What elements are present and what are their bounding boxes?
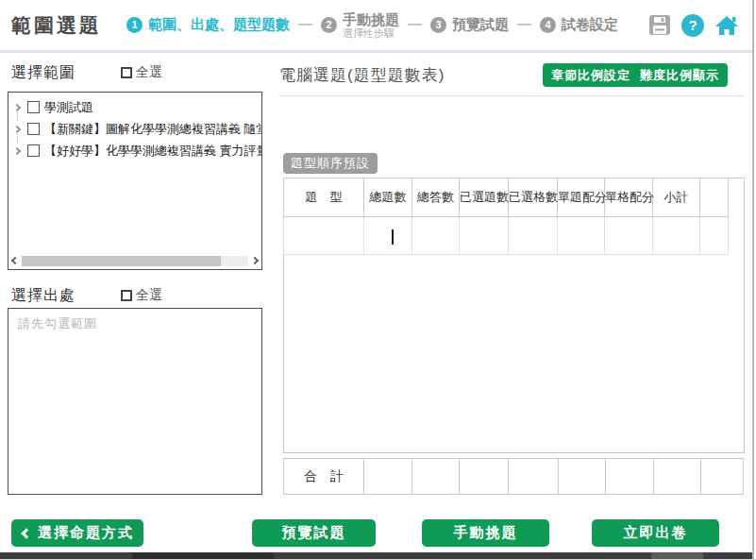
source-select-all-label: 全選 — [136, 287, 162, 304]
total-questions-value — [364, 459, 412, 495]
step-1-range[interactable]: 1 範圍、出處、題型題數 — [126, 16, 290, 34]
total-answers-value — [412, 459, 460, 495]
cell-extra[interactable] — [700, 217, 729, 255]
chevron-left-icon — [21, 528, 31, 538]
cell-selected-blanks[interactable] — [509, 217, 558, 255]
manual-pick-button[interactable]: 手動挑題 — [422, 519, 549, 547]
step-3-preview[interactable]: 3 預覽試題 — [430, 16, 509, 34]
cell-subtotal[interactable] — [653, 217, 700, 255]
step-4-paper-settings[interactable]: 4 試卷設定 — [540, 16, 618, 34]
preview-questions-button[interactable]: 預覽試題 — [252, 519, 376, 547]
difficulty-ratio-button[interactable]: 難度比例顯示 — [631, 63, 728, 87]
step-4-label: 試卷設定 — [562, 16, 618, 34]
step-2-label: 手動挑題 — [343, 11, 399, 27]
range-listbox: 學測試題 【新關鍵】圖解化學學測總複習講義 隨堂 【好好學】化學學測總複習講義 … — [8, 92, 262, 270]
step-2-manual-pick[interactable]: 2 手動挑題 選擇性步驟 — [321, 11, 399, 40]
total-points-per-question-value — [558, 459, 605, 495]
back-button-label: 選擇命題方式 — [38, 524, 134, 542]
scrollbar-thumb[interactable] — [22, 256, 221, 266]
step-4-badge: 4 — [540, 17, 556, 33]
range-section-header: 選擇範圍 全選 — [11, 62, 260, 83]
exam-builder-window: 範圍選題 1 範圍、出處、題型題數 2 手動挑題 選擇性步驟 3 預覽試題 4 — [0, 0, 756, 559]
col-extra — [700, 178, 729, 217]
tree-item-checkbox[interactable] — [27, 101, 40, 113]
col-subtotal: 小計 — [653, 178, 700, 217]
tree-item-label[interactable]: 學測試題 — [44, 99, 93, 116]
help-glyph: ? — [688, 17, 697, 33]
scroll-right-icon[interactable] — [251, 257, 259, 264]
scroll-left-icon[interactable] — [11, 257, 19, 264]
back-to-method-button[interactable]: 選擇命題方式 — [11, 519, 143, 547]
tree-item-label[interactable]: 【新關鍵】圖解化學學測總複習講義 隨堂 — [44, 121, 261, 138]
total-extra-value — [700, 459, 743, 495]
step-3-label: 預覽試題 — [452, 16, 509, 34]
tree-item-new-key-book[interactable]: 【新關鍵】圖解化學學測總複習講義 隨堂 — [8, 118, 261, 140]
range-select-all-label: 全選 — [136, 64, 162, 81]
total-subtotal-value — [653, 459, 700, 495]
header-divider — [0, 50, 752, 53]
col-total-answers: 總答數 — [412, 178, 460, 217]
tree-item-exam-questions[interactable]: 學測試題 — [8, 96, 261, 118]
save-icon[interactable] — [648, 14, 671, 36]
cell-total-answers[interactable] — [412, 217, 460, 255]
step-separator — [517, 24, 531, 25]
source-placeholder-text: 請先勾選範圍 — [8, 309, 261, 339]
expand-chevron-icon[interactable] — [13, 103, 21, 110]
cell-total-questions-input[interactable] — [364, 217, 412, 255]
col-selected-blanks: 已選格數 — [509, 178, 558, 217]
step-1-badge: 1 — [126, 17, 143, 33]
header-icon-group: ? — [648, 14, 739, 37]
horizontal-scrollbar[interactable] — [9, 253, 260, 268]
tree-item-checkbox[interactable] — [27, 123, 40, 135]
cell-question-type[interactable] — [284, 217, 364, 255]
step-2-badge: 2 — [321, 17, 337, 33]
expand-chevron-icon[interactable] — [13, 125, 21, 132]
window-right-edge — [752, 0, 754, 559]
home-icon[interactable] — [714, 14, 739, 37]
tree-item-label[interactable]: 【好好學】化學學測總複習講義 實力評量 — [44, 143, 261, 160]
cell-points-per-question[interactable] — [558, 217, 605, 255]
col-selected-questions: 已選題數 — [460, 178, 509, 217]
table-header-row: 題 型 總題數 總答數 已選題數 已選格數 單題配分 單格配分 小計 — [284, 178, 729, 217]
question-type-table: 題 型 總題數 總答數 已選題數 已選格數 單題配分 單格配分 小計 — [283, 178, 729, 255]
step-2-sublabel: 選擇性步驟 — [343, 27, 399, 40]
range-tree: 學測試題 【新關鍵】圖解化學學測總複習講義 隨堂 【好好學】化學學測總複習講義 … — [8, 93, 261, 161]
chapter-ratio-button[interactable]: 章節比例設定 — [543, 63, 639, 87]
main-panel: 電腦選題(題型題數表) 章節比例設定 難度比例顯示 題型順序預設 題 型 總題數… — [278, 57, 745, 510]
total-selected-questions-value — [460, 459, 509, 495]
step-separator — [408, 24, 422, 25]
tree-item-good-study-book[interactable]: 【好好學】化學學測總複習講義 實力評量 — [8, 140, 261, 161]
source-section-header: 選擇出處 全選 — [11, 285, 260, 306]
step-separator — [298, 24, 312, 25]
range-select-all-checkbox[interactable] — [121, 67, 132, 78]
generate-paper-button[interactable]: 立即出卷 — [592, 519, 719, 547]
source-select-all[interactable]: 全選 — [121, 287, 162, 304]
total-row: 合 計 — [284, 459, 744, 495]
total-selected-blanks-value — [509, 459, 558, 495]
source-listbox: 請先勾選範圍 — [8, 308, 262, 495]
step-1-label: 範圍、出處、題型題數 — [148, 16, 290, 34]
col-total-questions: 總題數 — [364, 178, 412, 217]
cell-selected-questions[interactable] — [460, 217, 509, 255]
col-points-per-question: 單題配分 — [558, 178, 605, 217]
question-table-panel: 題 型 總題數 總答數 已選題數 已選格數 單題配分 單格配分 小計 — [283, 178, 745, 453]
background-window-strip — [0, 552, 752, 559]
type-order-preset-button[interactable]: 題型順序預設 — [283, 153, 378, 174]
text-caret — [392, 229, 394, 245]
total-label: 合 計 — [284, 459, 364, 495]
total-points-per-blank-value — [605, 459, 653, 495]
col-question-type: 題 型 — [284, 178, 364, 217]
step-3-badge: 3 — [430, 17, 446, 33]
source-select-all-checkbox[interactable] — [121, 290, 132, 301]
help-icon[interactable]: ? — [681, 14, 704, 37]
range-section-title: 選擇範圍 — [11, 63, 76, 83]
cell-points-per-blank[interactable] — [605, 217, 653, 255]
main-title: 電腦選題(題型題數表) — [279, 64, 445, 86]
range-select-all[interactable]: 全選 — [121, 64, 162, 81]
tree-item-checkbox[interactable] — [27, 144, 40, 157]
page-title: 範圍選題 — [11, 12, 102, 39]
expand-chevron-icon[interactable] — [13, 146, 21, 154]
source-section-title: 選擇出處 — [11, 286, 76, 306]
scrollbar-track[interactable] — [22, 256, 248, 266]
total-row-table: 合 計 — [283, 458, 744, 495]
